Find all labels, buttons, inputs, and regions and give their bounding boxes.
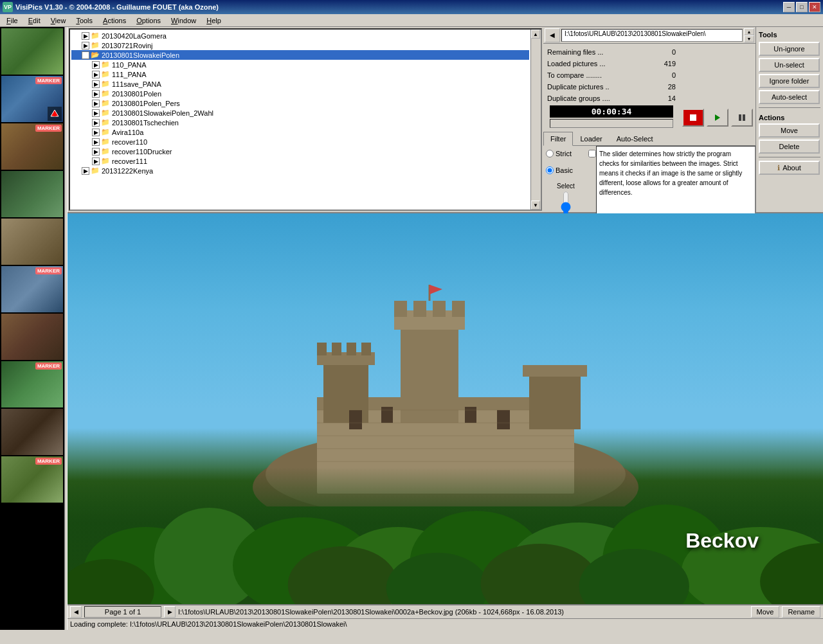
- svg-rect-24: [381, 407, 393, 423]
- page-indicator: Page 1 of 1: [84, 606, 161, 618]
- tree-item-polenpers[interactable]: ▶ 📁 20130801Polen_Pers: [71, 98, 529, 108]
- stat-compare-label: To compare ........: [547, 69, 602, 81]
- tree-expander[interactable]: ▶: [92, 119, 100, 127]
- nav-prev-button[interactable]: ◀: [70, 606, 82, 618]
- stop-button[interactable]: [682, 109, 704, 127]
- tree-expander[interactable]: ▶: [92, 129, 100, 136]
- tree-expander[interactable]: ▶: [92, 138, 100, 146]
- tree-item-lagomera[interactable]: ▶ 📁 20130420LaGomera: [71, 31, 529, 40]
- tree-expander[interactable]: ▶: [92, 157, 100, 165]
- tree-item-recover110[interactable]: ▶ 📁 recover110: [71, 137, 529, 147]
- tree-item-111savepana[interactable]: ▶ 📁 111save_PANA: [71, 79, 529, 89]
- scroll-up-btn[interactable]: ▲: [531, 30, 540, 39]
- thumbnail-item[interactable]: [1, 171, 63, 217]
- timer-display: 00:00:34: [550, 105, 673, 118]
- tree-expander[interactable]: ▶: [82, 167, 89, 175]
- menu-options[interactable]: Options: [131, 15, 166, 26]
- path-back-button[interactable]: ◀: [545, 28, 560, 42]
- menu-help[interactable]: Help: [201, 15, 226, 26]
- tree-expander[interactable]: ▶: [92, 71, 100, 78]
- filter-strict-option[interactable]: Strict: [545, 147, 587, 160]
- right-section: ▶ 📁 20130420LaGomera ▶ 📁 20130721Rovinj: [68, 27, 823, 630]
- top-panel: ▶ 📁 20130420LaGomera ▶ 📁 20130721Rovinj: [68, 27, 823, 213]
- pause-button[interactable]: [731, 109, 753, 127]
- tab-autoselect[interactable]: Auto-Select: [610, 132, 660, 145]
- tree-expander[interactable]: ▶: [82, 42, 89, 49]
- tree-expander[interactable]: ▶: [92, 100, 100, 107]
- delete-button[interactable]: Delete: [759, 139, 820, 154]
- svg-rect-11: [394, 301, 407, 317]
- about-button[interactable]: ℹ About: [759, 161, 820, 175]
- svg-marker-2: [715, 114, 720, 121]
- tree-item-avira110a[interactable]: ▶ 📁 Avira110a: [71, 127, 529, 137]
- tree-item-2wahl[interactable]: ▶ 📁 20130801SlowakeiPolen_2Wahl: [71, 108, 529, 118]
- thumbnail-item[interactable]: [1, 219, 63, 265]
- nav-next-button[interactable]: ▶: [164, 606, 176, 618]
- title-bar: VP VisiPics V1.30 - © 2004-2008 - Guilla…: [0, 0, 823, 14]
- tree-item-kenya[interactable]: ▶ 📁 20131222Kenya: [71, 166, 529, 175]
- stat-loaded-value: 419: [664, 58, 676, 69]
- thumbnail-item[interactable]: MARKER: [1, 456, 63, 503]
- tree-label: recover111: [112, 157, 147, 165]
- image-area: Beckov: [68, 213, 823, 604]
- path-scroll-up[interactable]: ▲: [744, 28, 754, 35]
- tree-label: 20130420LaGomera: [102, 32, 167, 40]
- status-rename-button[interactable]: Rename: [782, 606, 820, 618]
- move-button[interactable]: Move: [759, 123, 820, 138]
- thumbnail-item[interactable]: [1, 409, 63, 455]
- close-button[interactable]: ✕: [809, 2, 820, 12]
- filter-basic-option[interactable]: Basic: [545, 164, 587, 177]
- path-scroll-down[interactable]: ▼: [744, 35, 754, 42]
- tree-expander[interactable]: ▶: [92, 61, 100, 69]
- tab-loader[interactable]: Loader: [573, 132, 609, 145]
- ignore-folder-button[interactable]: Ignore folder: [759, 74, 820, 88]
- thumbnail-item[interactable]: [1, 314, 63, 360]
- svg-rect-22: [523, 365, 587, 377]
- tree-item-slowakeipolen[interactable]: ▼ 📂 20130801SlowakeiPolen: [71, 50, 529, 60]
- thumbnail-item[interactable]: [1, 28, 63, 75]
- auto-select-button[interactable]: Auto-select: [759, 90, 820, 104]
- scroll-down-btn[interactable]: ▼: [531, 201, 540, 210]
- menu-tools[interactable]: Tools: [71, 15, 98, 26]
- filter-checkbox[interactable]: [588, 150, 596, 157]
- divider: [759, 107, 820, 108]
- tree-item-111pana[interactable]: ▶ 📁 111_PANA: [71, 69, 529, 79]
- menu-view[interactable]: View: [46, 15, 71, 26]
- thumbnail-item[interactable]: MARKER: [1, 123, 63, 170]
- thumbnail-panel[interactable]: MARKER MARKER MARKER MARKER MARKE: [0, 27, 64, 630]
- svg-rect-14: [452, 301, 465, 317]
- tree-expander[interactable]: ▼: [82, 51, 89, 59]
- tree-item-rovinj[interactable]: ▶ 📁 20130721Rovinj: [71, 40, 529, 50]
- tab-filter[interactable]: Filter: [543, 132, 573, 146]
- tree-expander[interactable]: ▶: [92, 80, 100, 88]
- play-button[interactable]: [707, 109, 728, 127]
- tree-scrollbar[interactable]: ▲ ▼: [530, 30, 541, 210]
- filter-basic-radio[interactable]: [546, 166, 554, 174]
- thumbnail-item[interactable]: MARKER: [1, 76, 63, 122]
- stat-compare: To compare ........ 0: [547, 69, 676, 81]
- thumbnail-item[interactable]: MARKER: [1, 266, 63, 312]
- unselect-button[interactable]: Un-select: [759, 58, 820, 72]
- unignore-button[interactable]: Un-ignore: [759, 42, 820, 56]
- tree-expander[interactable]: ▶: [92, 148, 100, 156]
- menu-edit[interactable]: Edit: [23, 15, 46, 26]
- filter-strict-radio[interactable]: [546, 150, 554, 157]
- tree-item-recover110drucker[interactable]: ▶ 📁 recover110Drucker: [71, 147, 529, 156]
- menu-window[interactable]: Window: [166, 15, 201, 26]
- menu-actions[interactable]: Actions: [98, 15, 131, 26]
- svg-rect-19: [347, 343, 356, 355]
- tree-item-20130801polen[interactable]: ▶ 📁 20130801Polen: [71, 89, 529, 98]
- maximize-button[interactable]: □: [796, 2, 808, 12]
- tree-expander[interactable]: ▶: [92, 90, 100, 98]
- tree-expander[interactable]: ▶: [82, 32, 89, 40]
- minimize-button[interactable]: ─: [783, 2, 795, 12]
- loading-status-text: Loading complete: I:\1fotos\URLAUB\2013\…: [70, 620, 347, 628]
- menu-file[interactable]: File: [1, 15, 23, 26]
- tree-expander[interactable]: ▶: [92, 109, 100, 117]
- status-move-button[interactable]: Move: [751, 606, 780, 618]
- tree-item-recover111[interactable]: ▶ 📁 recover111: [71, 156, 529, 166]
- tree-item-110pana[interactable]: ▶ 📁 110_PANA: [71, 60, 529, 69]
- thumbnail-item[interactable]: MARKER: [1, 361, 63, 407]
- tree-item-tschechien[interactable]: ▶ 📁 20130801Tschechien: [71, 118, 529, 127]
- stat-loaded: Loaded pictures ... 419: [547, 58, 676, 69]
